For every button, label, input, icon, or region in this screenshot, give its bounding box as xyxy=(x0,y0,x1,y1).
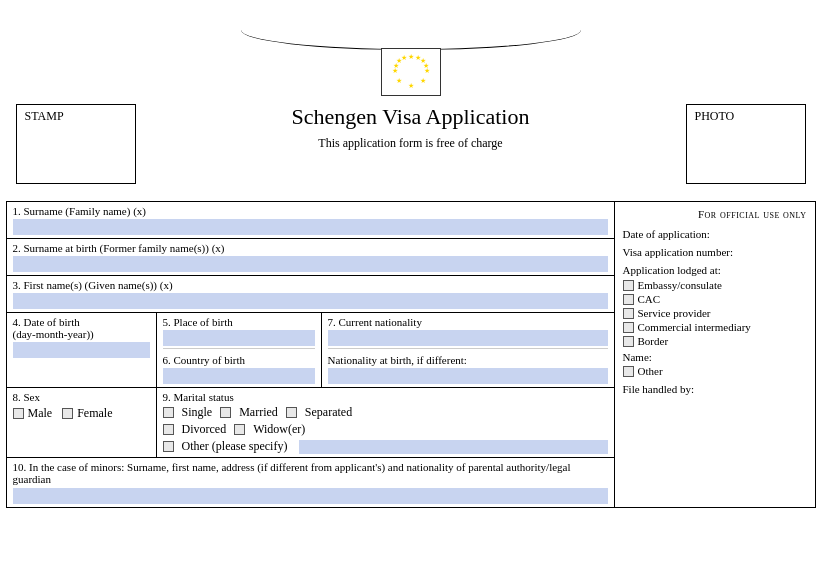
widow-label: Widow(er) xyxy=(253,422,305,437)
field-1-label: 1. Surname (Family name) (x) xyxy=(13,205,608,217)
file-row: File handled by: xyxy=(623,383,807,395)
row-8-9: 8. Sex Male Female 9. Marital status xyxy=(7,388,614,458)
field-6-label: 6. Country of birth xyxy=(163,354,315,366)
field-7b-input[interactable] xyxy=(328,368,608,384)
field-7-label: 7. Current nationality xyxy=(328,316,608,328)
male-checkbox[interactable] xyxy=(13,408,24,419)
married-checkbox[interactable] xyxy=(220,407,231,418)
svg-text:★: ★ xyxy=(401,54,407,62)
female-label: Female xyxy=(77,406,112,421)
file-label: File handled by: xyxy=(623,383,695,395)
embassy-checkbox[interactable] xyxy=(623,280,634,291)
name-label: Name: xyxy=(623,351,652,363)
field-3-input[interactable] xyxy=(13,293,608,309)
field-4-col: 4. Date of birth (day-month-year)) xyxy=(7,313,157,387)
field-1-row: 1. Surname (Family name) (x) xyxy=(7,202,614,239)
sex-checkboxes: Male Female xyxy=(13,406,150,421)
visa-number-label: Visa application number: xyxy=(623,246,807,258)
field-4-input[interactable] xyxy=(13,342,150,358)
page-subtitle: This application form is free of charge xyxy=(156,136,666,151)
field-6-input[interactable] xyxy=(163,368,315,384)
other-label: Other xyxy=(638,365,663,377)
photo-box: PHOTO xyxy=(686,104,806,184)
field-2-input[interactable] xyxy=(13,256,608,272)
official-title: For official use only xyxy=(623,208,807,220)
cac-item: CAC xyxy=(623,293,807,305)
embassy-item: Embassy/consulate xyxy=(623,279,807,291)
name-row: Name: xyxy=(623,351,807,363)
married-label: Married xyxy=(239,405,278,420)
header-center: Schengen Visa Application This applicati… xyxy=(136,104,686,151)
lodged-label: Application lodged at: xyxy=(623,264,807,276)
border-item: Border xyxy=(623,335,807,347)
field-5-label: 5. Place of birth xyxy=(163,316,315,328)
divorced-checkbox[interactable] xyxy=(163,424,174,435)
service-provider-item: Service provider xyxy=(623,307,807,319)
separated-label: Separated xyxy=(305,405,352,420)
row-4-7: 4. Date of birth (day-month-year)) 5. Pl… xyxy=(7,313,614,388)
other-checkbox[interactable] xyxy=(623,366,634,377)
cac-label: CAC xyxy=(638,293,661,305)
cac-checkbox[interactable] xyxy=(623,294,634,305)
arc-decoration xyxy=(241,10,581,50)
page-title: Schengen Visa Application xyxy=(156,104,666,130)
divorced-label: Divorced xyxy=(182,422,227,437)
svg-text:★: ★ xyxy=(420,77,426,85)
svg-text:★: ★ xyxy=(393,62,399,70)
field-10-input[interactable] xyxy=(13,488,608,504)
lodged-section: Application lodged at: Embassy/consulate… xyxy=(623,264,807,347)
other-marital-input[interactable] xyxy=(299,440,607,454)
commercial-label: Commercial intermediary xyxy=(638,321,751,333)
svg-text:★: ★ xyxy=(415,54,421,62)
other-marital-label: Other (please specify) xyxy=(182,439,288,454)
field-8-col: 8. Sex Male Female xyxy=(7,388,157,457)
field-9-col: 9. Marital status Single Married Separat… xyxy=(157,388,614,457)
field-7-section: 7. Current nationality xyxy=(328,316,608,349)
field-10-label: 10. In the case of minors: Surname, firs… xyxy=(13,461,608,485)
marital-row-3: Other (please specify) xyxy=(163,439,608,454)
official-panel: For official use only Date of applicatio… xyxy=(615,202,815,507)
embassy-label: Embassy/consulate xyxy=(638,279,722,291)
field-9-label: 9. Marital status xyxy=(163,391,608,403)
separated-checkbox[interactable] xyxy=(286,407,297,418)
form-left: 1. Surname (Family name) (x) 2. Surname … xyxy=(7,202,615,507)
other-row: Other xyxy=(623,365,807,377)
border-checkbox[interactable] xyxy=(623,336,634,347)
female-checkbox[interactable] xyxy=(62,408,73,419)
page-header: ★ ★ ★ ★ ★ ★ ★ ★ ★ ★ ★ xyxy=(0,0,821,189)
male-label: Male xyxy=(28,406,53,421)
field-5-input[interactable] xyxy=(163,330,315,346)
stamp-label: STAMP xyxy=(25,109,64,123)
stamp-box: STAMP xyxy=(16,104,136,184)
field-7b-section: Nationality at birth, if different: xyxy=(328,351,608,384)
other-marital-checkbox[interactable] xyxy=(163,441,174,452)
service-provider-checkbox[interactable] xyxy=(623,308,634,319)
widow-checkbox[interactable] xyxy=(234,424,245,435)
header-boxes: STAMP Schengen Visa Application This app… xyxy=(16,104,806,184)
marital-row-1: Single Married Separated xyxy=(163,405,608,420)
date-label: Date of application: xyxy=(623,228,807,240)
field-5-section: 5. Place of birth xyxy=(163,316,315,349)
svg-text:★: ★ xyxy=(408,53,414,61)
marital-row-2: Divorced Widow(er) xyxy=(163,422,608,437)
field-1-input[interactable] xyxy=(13,219,608,235)
field-3-row: 3. First name(s) (Given name(s)) (x) xyxy=(7,276,614,313)
field-2-row: 2. Surname at birth (Former family name(… xyxy=(7,239,614,276)
service-provider-label: Service provider xyxy=(638,307,711,319)
form-area: 1. Surname (Family name) (x) 2. Surname … xyxy=(6,201,816,508)
field-6-section: 6. Country of birth xyxy=(163,351,315,384)
eu-logo: ★ ★ ★ ★ ★ ★ ★ ★ ★ ★ ★ xyxy=(381,48,441,96)
field-4-label: 4. Date of birth (day-month-year)) xyxy=(13,316,150,340)
field-7-input[interactable] xyxy=(328,330,608,346)
commercial-checkbox[interactable] xyxy=(623,322,634,333)
marital-checkboxes: Single Married Separated Divorced Widow(… xyxy=(163,405,608,454)
svg-text:★: ★ xyxy=(408,82,414,90)
field-5-6-col: 5. Place of birth 6. Country of birth xyxy=(157,313,322,387)
field-2-label: 2. Surname at birth (Former family name(… xyxy=(13,242,608,254)
single-checkbox[interactable] xyxy=(163,407,174,418)
field-10-row: 10. In the case of minors: Surname, firs… xyxy=(7,458,614,507)
photo-label: PHOTO xyxy=(695,109,735,123)
field-7-col: 7. Current nationality Nationality at bi… xyxy=(322,313,614,387)
single-label: Single xyxy=(182,405,213,420)
svg-text:★: ★ xyxy=(396,77,402,85)
